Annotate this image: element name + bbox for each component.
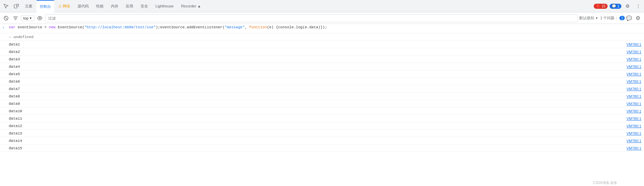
error-icon: 🔴 (596, 4, 601, 8)
info-badge[interactable]: 💬 1 (610, 4, 621, 9)
issues-chat-icon: 💬 (626, 16, 632, 21)
data-row-source[interactable]: VM780:1 (626, 94, 641, 98)
info-icon: 💬 (612, 4, 616, 8)
data-row-source[interactable]: VM780:1 (626, 65, 641, 69)
data-row: data13VM780:1 (0, 130, 644, 137)
data-row: data4VM780:1 (0, 63, 644, 70)
data-row-text: data1 (3, 42, 624, 46)
tab-performance[interactable]: 性能 (93, 0, 107, 12)
tab-application[interactable]: 应用 (122, 0, 137, 12)
data-row: data7VM780:1 (0, 85, 644, 93)
tab-sources[interactable]: 源代码 (74, 0, 92, 12)
data-row: data8VM780:1 (0, 93, 644, 100)
data-row: data6VM780:1 (0, 78, 644, 85)
data-row-source[interactable]: VM780:1 (626, 72, 641, 76)
tab-security[interactable]: 安全 (137, 0, 151, 12)
data-row: data15VM780:1 (0, 145, 644, 152)
return-arrow-icon: ← (9, 35, 12, 39)
inspect-icon[interactable] (1, 2, 11, 10)
data-row-text: data10 (3, 109, 624, 113)
tab-lighthouse[interactable]: Lighthouse (152, 0, 177, 12)
data-row-source[interactable]: VM780:1 (626, 146, 641, 150)
svg-rect-1 (17, 4, 19, 6)
tab-elements[interactable]: 元素 (22, 0, 36, 12)
data-row-text: data9 (3, 102, 624, 106)
data-row-text: data7 (3, 87, 624, 91)
data-row: data10VM780:1 (0, 107, 644, 115)
default-level-label: 默认级别 (579, 16, 594, 21)
command-prefix: › (3, 25, 7, 29)
context-selector-label: top (23, 16, 28, 20)
tab-recorder[interactable]: Recorder ▲ (178, 0, 204, 12)
data-row-text: data11 (3, 117, 624, 121)
more-options-icon[interactable]: ⋮ (634, 2, 643, 10)
data-row-text: data14 (3, 139, 624, 143)
watermark: CSDN博客-蛋卷 (593, 181, 617, 185)
top-nav: 元素 控制台 ⚠ 网络 源代码 性能 内存 应用 安全 Lighthouse R… (0, 0, 644, 12)
data-row-source[interactable]: VM780:1 (626, 87, 641, 91)
data-row-source[interactable]: VM780:1 (626, 117, 641, 121)
devtools-settings-icon[interactable]: ⚙ (623, 2, 632, 10)
undefined-row: ← undefined (0, 33, 644, 41)
data-row-text: data6 (3, 80, 624, 84)
data-row: data5VM780:1 (0, 70, 644, 78)
undefined-text: undefined (13, 35, 33, 39)
data-row-source[interactable]: VM780:1 (626, 124, 641, 128)
command-text: var eventSource = new EventSource("http:… (9, 25, 641, 29)
data-row: data9VM780:1 (0, 100, 644, 107)
context-selector[interactable]: top ▼ (21, 15, 34, 21)
default-level-selector[interactable]: 默认级别 ▼ (579, 16, 598, 21)
data-row-text: data5 (3, 72, 624, 76)
data-row: data1VM780:1 (0, 41, 644, 48)
clear-console-button[interactable] (2, 14, 10, 22)
command-row[interactable]: › var eventSource = new EventSource("htt… (0, 24, 644, 33)
data-row-text: data2 (3, 50, 624, 54)
svg-rect-0 (14, 5, 17, 8)
eye-button[interactable] (36, 14, 44, 22)
toolbar-right: 默认级别 ▼ 1 个问题： 1 💬 ⚙ (579, 14, 642, 22)
data-rows-container: data1VM780:1data2VM780:1data3VM780:1data… (0, 41, 644, 152)
data-row-text: data13 (3, 131, 624, 135)
data-row: data12VM780:1 (0, 122, 644, 130)
chevron-down-icon: ▼ (595, 17, 598, 20)
data-row-source[interactable]: VM780:1 (626, 50, 641, 54)
issues-count: 1 (619, 16, 625, 20)
data-row-source[interactable]: VM780:1 (626, 131, 641, 135)
data-row: data14VM780:1 (0, 137, 644, 145)
console-toolbar: top ▼ 默认级别 ▼ 1 个问题： 1 💬 ⚙ (0, 12, 644, 24)
issues-label: 1 个问题： (600, 16, 618, 21)
data-row-source[interactable]: VM780:1 (626, 80, 641, 84)
console-content: › var eventSource = new EventSource("htt… (0, 24, 644, 186)
data-row-text: data4 (3, 65, 624, 69)
filter-input[interactable] (45, 14, 578, 22)
nav-right: 🔴 15 💬 1 ⚙ ⋮ (594, 2, 643, 10)
svg-point-4 (39, 18, 40, 19)
tab-network[interactable]: ⚠ 网络 (55, 0, 74, 12)
device-toggle-icon[interactable] (11, 2, 21, 10)
console-settings-button[interactable]: ⚙ (634, 14, 642, 22)
issues-badge[interactable]: 1 个问题： 1 💬 (600, 16, 632, 21)
data-row-text: data8 (3, 94, 624, 98)
svg-line-3 (5, 17, 7, 20)
data-row-source[interactable]: VM780:1 (626, 139, 641, 143)
data-row: data3VM780:1 (0, 56, 644, 63)
data-row: data11VM780:1 (0, 115, 644, 122)
data-row-source[interactable]: VM780:1 (626, 109, 641, 113)
data-row-text: data12 (3, 124, 624, 128)
data-row-text: data3 (3, 57, 624, 61)
data-row-source[interactable]: VM780:1 (626, 42, 641, 46)
tab-memory[interactable]: 内存 (108, 0, 122, 12)
filter-toggle-button[interactable] (11, 14, 20, 22)
data-row-source[interactable]: VM780:1 (626, 102, 641, 106)
data-row: data2VM780:1 (0, 48, 644, 56)
chevron-down-icon: ▼ (29, 17, 32, 20)
data-row-source[interactable]: VM780:1 (626, 57, 641, 61)
tab-console[interactable]: 控制台 (36, 0, 54, 12)
error-badge[interactable]: 🔴 15 (594, 4, 608, 9)
data-row-text: data15 (3, 146, 624, 150)
